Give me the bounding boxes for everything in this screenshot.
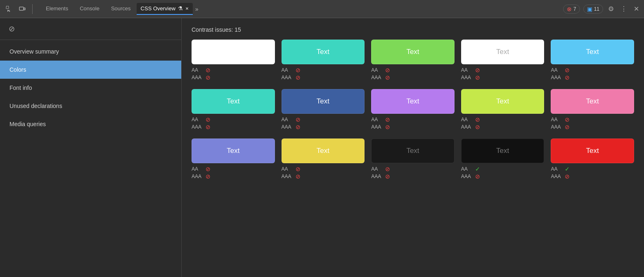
aa-rating-row: AA✓ [551, 166, 634, 172]
aaa-rating-row: AAA⊘ [192, 173, 275, 180]
fail-icon: ⊘ [206, 116, 211, 123]
aaa-label: AAA [551, 124, 561, 130]
contrast-card[interactable]: TextAA⊘AAA⊘ [551, 89, 634, 130]
aa-rating-row: AA⊘ [192, 116, 275, 123]
sidebar: ⊘ Overview summary Colors Font info Unus… [0, 18, 182, 277]
contrast-card[interactable]: TextAA⊘AAA⊘ [192, 89, 275, 130]
color-swatch[interactable]: Text [551, 138, 634, 163]
sidebar-item-unused[interactable]: Unused declarations [0, 97, 181, 115]
aaa-rating-row: AAA⊘ [371, 173, 455, 180]
fail-icon: ⊘ [385, 173, 390, 180]
contrast-card[interactable]: TextAA⊘AAA⊘ [282, 138, 365, 180]
color-swatch[interactable]: Text [282, 89, 365, 114]
aa-label: AA [461, 67, 472, 73]
aaa-rating-row: AAA⊘ [282, 173, 365, 180]
color-swatch[interactable]: Text [371, 89, 455, 114]
contrast-card[interactable]: TextAA⊘AAA⊘ [192, 138, 275, 180]
tab-close-icon[interactable]: × [185, 5, 189, 12]
fail-icon: ⊘ [296, 166, 301, 172]
aa-rating-row: AA⊘ [282, 116, 365, 123]
aaa-label: AAA [371, 75, 382, 80]
color-swatch[interactable]: Text [192, 138, 275, 163]
settings-icon[interactable]: ⚙ [606, 3, 616, 14]
color-swatch[interactable]: Text [551, 40, 634, 64]
clear-btn[interactable]: ⊘ [6, 23, 17, 35]
tab-css-overview[interactable]: CSS Overview ⚗ × [137, 3, 193, 15]
rating-rows: AA⊘AAA⊘ [282, 166, 365, 180]
aa-label: AA [461, 117, 472, 122]
color-swatch[interactable]: Text [461, 40, 545, 64]
aaa-rating-row: AAA⊘ [551, 124, 634, 130]
contrast-card[interactable]: TextAA⊘AAA⊘ [282, 89, 365, 130]
aa-label: AA [192, 67, 202, 73]
contrast-grid: AA⊘AAA⊘TextAA⊘AAA⊘TextAA⊘AAA⊘TextAA⊘AAA⊘… [192, 40, 634, 180]
rating-rows: AA⊘AAA⊘ [282, 116, 365, 130]
tab-elements[interactable]: Elements [40, 3, 74, 15]
color-swatch[interactable]: Text [371, 40, 455, 64]
sidebar-top: ⊘ [0, 18, 181, 40]
top-bar: Elements Console Sources CSS Overview ⚗ … [0, 0, 644, 18]
contrast-card[interactable]: TextAA✓AAA⊘ [461, 138, 545, 180]
cursor-icon-btn[interactable] [3, 3, 15, 15]
fail-icon: ⊘ [475, 74, 480, 81]
sidebar-item-font-info[interactable]: Font info [0, 79, 181, 97]
error-badge[interactable]: ⊗ 7 [563, 5, 580, 14]
rating-rows: AA⊘AAA⊘ [371, 116, 455, 130]
fail-icon: ⊘ [296, 173, 301, 180]
aaa-label: AAA [282, 124, 292, 130]
sidebar-item-overview[interactable]: Overview summary [0, 42, 181, 61]
sidebar-item-media[interactable]: Media queries [0, 115, 181, 133]
warning-count: 11 [594, 6, 599, 12]
aaa-rating-row: AAA⊘ [461, 74, 545, 81]
contrast-card[interactable]: TextAA⊘AAA⊘ [371, 40, 455, 81]
aaa-rating-row: AAA⊘ [192, 124, 275, 130]
fail-icon: ⊘ [565, 74, 570, 81]
color-swatch[interactable]: Text [461, 138, 545, 163]
color-swatch[interactable]: Text [551, 89, 634, 114]
aa-rating-row: AA⊘ [371, 166, 455, 172]
divider [32, 4, 33, 14]
device-icon-btn[interactable] [17, 3, 28, 15]
contrast-card[interactable]: AA⊘AAA⊘ [192, 40, 275, 81]
color-swatch[interactable] [192, 40, 275, 64]
fail-icon: ⊘ [475, 116, 480, 123]
rating-rows: AA⊘AAA⊘ [461, 67, 545, 81]
aa-rating-row: AA⊘ [551, 67, 634, 73]
color-swatch[interactable]: Text [282, 138, 365, 163]
aaa-label: AAA [551, 75, 561, 80]
aa-rating-row: AA⊘ [461, 116, 545, 123]
contrast-card[interactable]: TextAA⊘AAA⊘ [461, 89, 545, 130]
sidebar-item-colors[interactable]: Colors [0, 61, 181, 79]
rating-rows: AA⊘AAA⊘ [371, 166, 455, 180]
aaa-label: AAA [192, 124, 202, 130]
fail-icon: ⊘ [565, 173, 570, 180]
close-devtools-icon[interactable]: ✕ [632, 3, 641, 14]
color-swatch[interactable]: Text [371, 138, 455, 163]
sidebar-nav: Overview summary Colors Font info Unused… [0, 40, 181, 136]
fail-icon: ⊘ [385, 67, 390, 73]
contrast-card[interactable]: TextAA⊘AAA⊘ [282, 40, 365, 81]
contrast-card[interactable]: TextAA⊘AAA⊘ [461, 40, 545, 81]
contrast-card[interactable]: TextAA⊘AAA⊘ [551, 40, 634, 81]
tab-sources[interactable]: Sources [105, 3, 137, 15]
color-swatch[interactable]: Text [192, 89, 275, 114]
aa-label: AA [192, 117, 202, 122]
aa-rating-row: AA⊘ [282, 67, 365, 73]
aa-label: AA [371, 67, 382, 73]
rating-rows: AA⊘AAA⊘ [192, 67, 275, 81]
warning-badge[interactable]: ▣ 11 [583, 5, 603, 14]
tab-more-btn[interactable]: » [193, 4, 201, 14]
aaa-label: AAA [371, 174, 382, 179]
color-swatch[interactable]: Text [461, 89, 545, 114]
aaa-label: AAA [461, 75, 472, 80]
contrast-card[interactable]: TextAA⊘AAA⊘ [371, 89, 455, 130]
aa-rating-row: AA⊘ [282, 166, 365, 172]
color-swatch[interactable]: Text [282, 40, 365, 64]
contrast-card[interactable]: TextAA✓AAA⊘ [551, 138, 634, 180]
more-icon[interactable]: ⋮ [619, 3, 629, 14]
main-layout: ⊘ Overview summary Colors Font info Unus… [0, 18, 644, 277]
aa-rating-row: AA⊘ [551, 116, 634, 123]
fail-icon: ⊘ [296, 67, 301, 73]
tab-console[interactable]: Console [74, 3, 105, 15]
contrast-card[interactable]: TextAA⊘AAA⊘ [371, 138, 455, 180]
